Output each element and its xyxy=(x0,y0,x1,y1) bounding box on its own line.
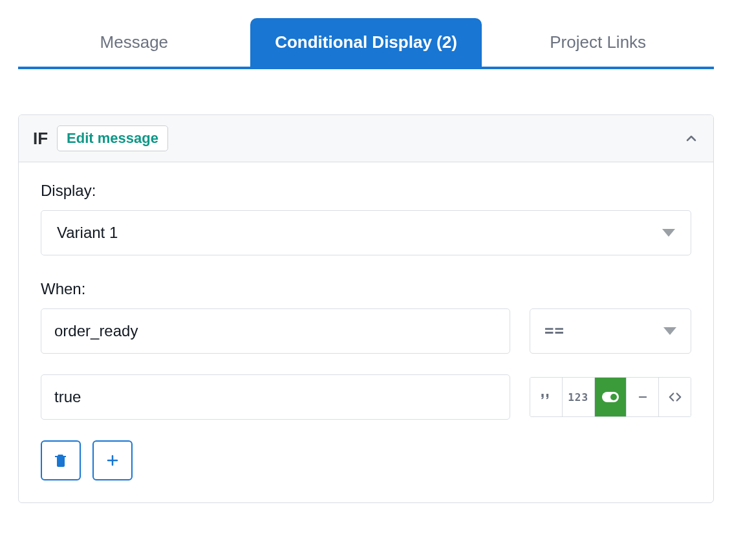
tab-project-links-label: Project Links xyxy=(550,32,646,52)
type-null-button[interactable] xyxy=(627,378,659,416)
condition-panel: IF Edit message Display: Variant 1 When: xyxy=(18,114,714,503)
operator-value: == xyxy=(544,322,565,340)
tab-message[interactable]: Message xyxy=(18,18,250,67)
caret-down-icon xyxy=(662,229,675,237)
delete-condition-button[interactable] xyxy=(41,440,81,480)
trash-icon xyxy=(53,453,69,468)
plus-icon xyxy=(105,453,120,468)
tab-conditional-label: Conditional Display (2) xyxy=(275,32,457,52)
type-boolean-button[interactable] xyxy=(595,378,627,416)
type-string-button[interactable] xyxy=(530,378,563,416)
number-icon-text: 123 xyxy=(568,391,588,404)
display-select[interactable]: Variant 1 xyxy=(41,210,691,255)
panel-header: IF Edit message xyxy=(19,115,713,162)
panel-body: Display: Variant 1 When: == xyxy=(19,162,713,502)
condition-value-input[interactable] xyxy=(41,374,510,420)
if-label: IF xyxy=(33,129,48,149)
type-code-button[interactable] xyxy=(659,378,691,416)
display-select-value: Variant 1 xyxy=(57,224,118,242)
tabs: Message Conditional Display (2) Project … xyxy=(18,18,714,69)
caret-down-icon xyxy=(663,327,676,335)
code-icon xyxy=(668,390,682,404)
collapse-toggle[interactable] xyxy=(684,131,699,146)
add-condition-button[interactable] xyxy=(92,440,133,480)
tab-conditional-display[interactable]: Conditional Display (2) xyxy=(250,18,482,67)
tab-message-label: Message xyxy=(100,32,169,52)
value-type-group: 123 xyxy=(530,377,691,417)
edit-message-button[interactable]: Edit message xyxy=(57,125,168,151)
chevron-up-icon xyxy=(684,131,699,146)
operator-select[interactable]: == xyxy=(530,308,691,354)
type-number-button[interactable]: 123 xyxy=(563,378,595,416)
tab-project-links[interactable]: Project Links xyxy=(482,18,714,67)
toggle-icon xyxy=(602,392,619,402)
minus-icon xyxy=(637,391,649,403)
when-label: When: xyxy=(41,280,691,298)
quote-icon xyxy=(539,391,552,404)
display-label: Display: xyxy=(41,182,691,200)
condition-field-input[interactable] xyxy=(41,308,510,354)
